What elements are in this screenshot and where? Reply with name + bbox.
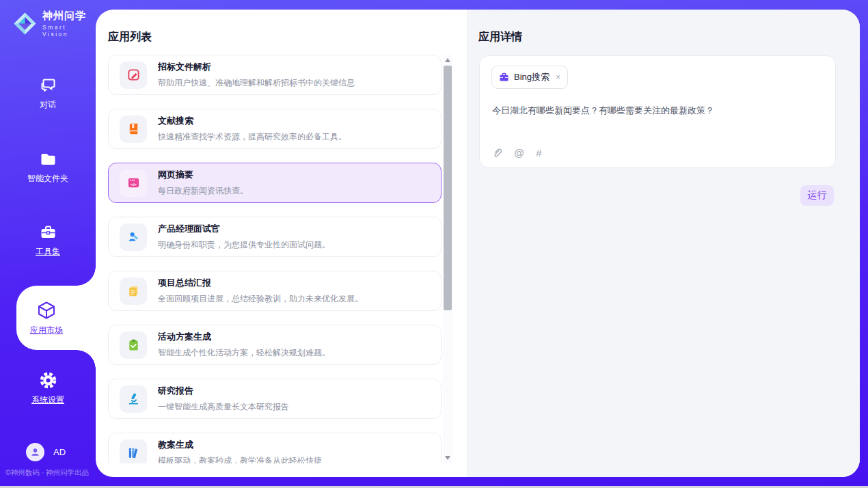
sidebar-item-chat[interactable]: 对话	[0, 77, 96, 111]
app-list-item[interactable]: 研究报告 一键智能生成高质量长文本研究报告	[108, 379, 442, 419]
run-button[interactable]: 运行	[800, 185, 834, 206]
app-item-desc: 每日政府新闻资讯快查。	[158, 185, 248, 197]
tool-chip-bing-search[interactable]: Bing搜索 ×	[491, 66, 568, 89]
app-icon-tile	[120, 277, 147, 305]
sidebar-item-label: 应用市场	[30, 325, 63, 336]
app-detail-title: 应用详情	[478, 30, 522, 44]
close-icon[interactable]: ×	[556, 73, 560, 81]
diamond-logo-icon	[12, 11, 38, 36]
book-icon	[126, 122, 141, 136]
webpage-code-icon: </>	[126, 176, 141, 190]
app-item-title: 项目总结汇报	[158, 277, 363, 289]
clipboard-check-icon	[126, 338, 141, 352]
query-input[interactable]: 今日湖北有哪些新闻要点？有哪些需要关注的最新政策？	[492, 104, 823, 118]
app-icon-tile	[120, 439, 147, 464]
chat-icon	[39, 77, 57, 94]
app-list-item[interactable]: 文献搜索 快速精准查找学术资源，提高研究效率的必备工具。	[108, 109, 442, 149]
scroll-down-arrow[interactable]	[445, 456, 450, 460]
briefcase-icon	[499, 72, 509, 82]
app-item-title: 活动方案生成	[158, 331, 330, 343]
app-list-item[interactable]: 活动方案生成 智能生成个性化活动方案，轻松解决规划难题。	[108, 325, 442, 365]
briefcase-icon	[39, 223, 57, 241]
app-list-item[interactable]: 项目总结汇报 全面回顾项目进展，总结经验教训，助力未来优化发展。	[108, 271, 442, 311]
app-icon-tile	[120, 331, 147, 359]
app-list-item[interactable]: 招标文件解析 帮助用户快速、准确地理解和解析招标书中的关键信息	[108, 55, 442, 95]
avatar	[26, 443, 44, 461]
app-item-desc: 快速精准查找学术资源，提高研究效率的必备工具。	[158, 131, 347, 143]
app-item-title: 产品经理面试官	[158, 223, 330, 235]
app-list-item[interactable]: </> 网页摘要 每日政府新闻资讯快查。	[108, 163, 442, 203]
sidebar: 神州问学 Smart Vision 对话 智能文件夹 工具集 应用市场 系统设置	[0, 0, 96, 488]
sidebar-item-smart-folder[interactable]: 智能文件夹	[0, 150, 96, 185]
copyright-text: ©神州数码 · 神州问学出品	[5, 468, 96, 478]
app-icon-tile	[120, 385, 147, 413]
app-list-item[interactable]: 教案生成 模板驱动，教案秒成，教学准备从此轻松快捷	[108, 433, 442, 463]
app-icon-tile: </>	[120, 170, 147, 197]
app-item-desc: 一键智能生成高质量长文本研究报告	[158, 401, 289, 413]
brand-logo: 神州问学 Smart Vision	[12, 10, 96, 38]
gear-icon	[39, 371, 57, 390]
user-account[interactable]: AD	[26, 443, 66, 461]
sidebar-item-label: 智能文件夹	[27, 173, 68, 185]
app-item-desc: 全面回顾项目进展，总结经验教训，助力未来优化发展。	[158, 293, 363, 305]
interview-icon	[126, 230, 141, 244]
scrollbar-thumb[interactable]	[444, 66, 452, 310]
attachment-icon[interactable]	[492, 148, 502, 159]
app-icon-tile	[120, 62, 147, 89]
app-item-title: 文献搜索	[158, 115, 347, 127]
cube-icon	[36, 300, 57, 321]
hashtag-icon[interactable]: #	[536, 147, 541, 159]
mention-icon[interactable]: @	[514, 147, 524, 159]
microscope-icon	[126, 392, 141, 406]
app-item-desc: 智能生成个性化活动方案，轻松解决规划难题。	[158, 347, 330, 359]
app-item-title: 研究报告	[158, 385, 289, 397]
app-list-item[interactable]: 产品经理面试官 明确身份和职责，为您提供专业性的面试问题。	[108, 217, 442, 257]
tool-chip-label: Bing搜索	[514, 71, 550, 83]
app-item-desc: 帮助用户快速、准确地理解和解析招标书中的关键信息	[158, 77, 355, 89]
app-item-title: 网页摘要	[158, 169, 248, 181]
app-list-scrollbar	[443, 55, 452, 463]
app-list: 招标文件解析 帮助用户快速、准确地理解和解析招标书中的关键信息 文献搜索 快速精…	[108, 55, 443, 463]
user-name: AD	[53, 447, 66, 457]
sidebar-item-settings[interactable]: 系统设置	[0, 371, 96, 406]
svg-text:</>: </>	[131, 182, 137, 187]
app-item-title: 招标文件解析	[158, 61, 355, 73]
sidebar-item-toolset[interactable]: 工具集	[0, 223, 96, 258]
app-detail-panel: 应用详情 Bing搜索 × 今日湖北有哪些新闻要点？有哪些需要关注的最新政策？ …	[467, 10, 860, 477]
scroll-up-arrow[interactable]	[445, 58, 450, 62]
folder-icon	[39, 150, 57, 168]
sidebar-item-label: 系统设置	[31, 394, 64, 406]
sidebar-item-app-market[interactable]: 应用市场	[16, 286, 96, 350]
app-list-title: 应用列表	[108, 30, 152, 44]
books-icon	[126, 446, 141, 460]
sidebar-item-label: 对话	[40, 99, 56, 111]
main-content-card: 应用列表 招标文件解析 帮助用户快速、准确地理解和解析招标书中的关键信息 文献搜…	[96, 10, 860, 477]
app-icon-tile	[120, 223, 147, 251]
input-actions: @ #	[492, 147, 542, 159]
app-item-desc: 明确身份和职责，为您提供专业性的面试问题。	[158, 239, 330, 251]
brand-name: 神州问学	[42, 10, 96, 23]
edit-document-icon	[126, 68, 141, 82]
active-notch-curve-bottom	[77, 350, 96, 369]
app-item-desc: 模板驱动，教案秒成，教学准备从此轻松快捷	[158, 455, 322, 463]
sidebar-item-label: 工具集	[36, 246, 60, 258]
prompt-input-card: Bing搜索 × 今日湖北有哪些新闻要点？有哪些需要关注的最新政策？ @ #	[479, 55, 836, 168]
app-icon-tile	[120, 116, 147, 143]
notes-icon	[126, 284, 141, 298]
active-notch-curve-top	[77, 267, 96, 286]
app-item-title: 教案生成	[158, 439, 322, 451]
brand-subtitle: Smart Vision	[42, 24, 96, 38]
